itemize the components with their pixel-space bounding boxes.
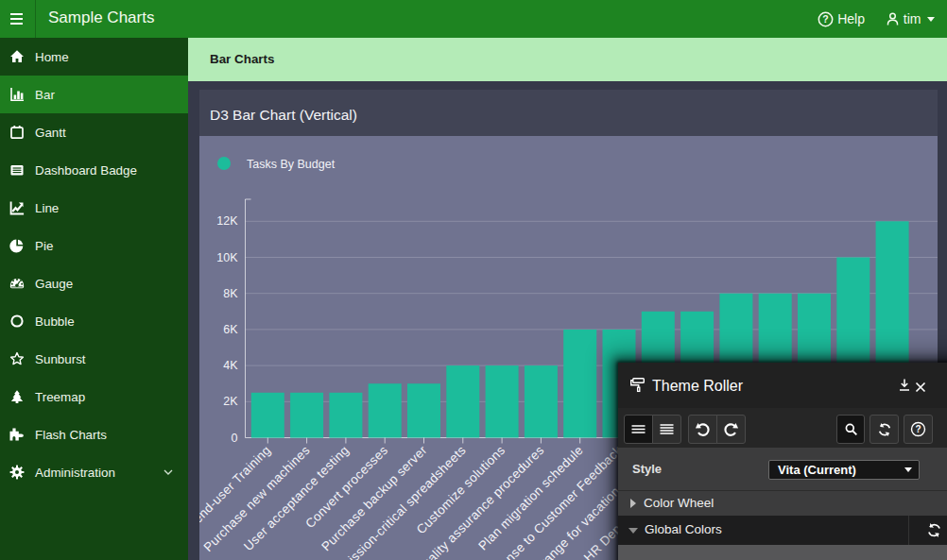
- svg-text:?: ?: [915, 424, 921, 434]
- svg-text:?: ?: [822, 13, 828, 25]
- svg-text:6K: 6K: [223, 323, 238, 336]
- svg-text:4K: 4K: [223, 359, 238, 372]
- svg-text:2K: 2K: [223, 395, 238, 408]
- svg-text:0: 0: [232, 432, 238, 445]
- svg-text:12K: 12K: [216, 214, 238, 228]
- svg-text:10K: 10K: [216, 251, 238, 264]
- svg-text:8K: 8K: [223, 287, 238, 300]
